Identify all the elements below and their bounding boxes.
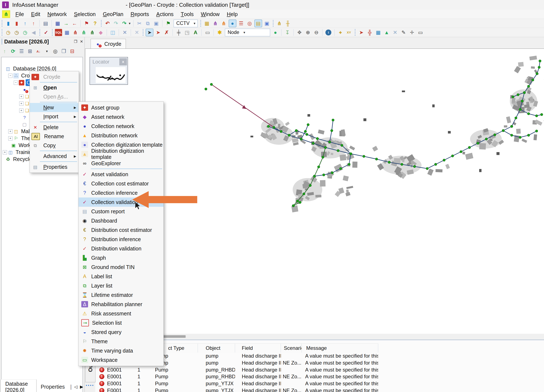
save-icon[interactable]: ▦ (54, 20, 61, 27)
submenu-item-stored-query[interactable]: ◒Stored query (79, 328, 163, 337)
menu-reports[interactable]: Reports (127, 10, 153, 18)
play-icon[interactable]: ▲ (383, 29, 390, 36)
tree-expander[interactable]: + (19, 102, 24, 106)
new-survey-icon[interactable]: ▦ (203, 20, 211, 27)
schedule-list-icon[interactable]: ☰ (237, 20, 245, 27)
submenu-item-distribution-cost-estimator[interactable]: €Distribution cost estimator (79, 225, 163, 235)
tab-scroll-left[interactable]: ◁ (74, 384, 77, 389)
context-menu-item-open[interactable]: ⊞Open (30, 83, 79, 92)
table-row[interactable]: !E00011Pumppump_YTJXHead discharge IDNE … (97, 387, 378, 392)
undo-icon[interactable]: ↶ (104, 20, 111, 27)
trace-upstream-icon[interactable]: ⋔ (72, 29, 79, 36)
menu-window[interactable]: Window (197, 10, 223, 18)
column-header-message[interactable]: Message (302, 344, 378, 352)
menu-edit[interactable]: Edit (27, 10, 44, 18)
tree-link-icon[interactable]: ⊟ (69, 48, 76, 55)
commit-flags-icon[interactable]: ⚑ (83, 20, 90, 27)
column-header-scenario[interactable]: Scenario (281, 344, 302, 352)
select-cursor-icon[interactable]: ➤ (146, 29, 153, 36)
menu-help[interactable]: Help (223, 10, 241, 18)
node-select[interactable]: Node▼ (225, 29, 270, 36)
submenu-item-distribution-network[interactable]: ▲Distribution network (79, 131, 163, 140)
float-panel-button[interactable]: ❐ (73, 39, 79, 44)
measure-route-icon[interactable]: ▭ (417, 29, 424, 36)
menu-geoplan[interactable]: GeoPlan (99, 10, 127, 18)
submenu-item-ground-model-tin[interactable]: ⊠Ground model TIN (79, 262, 163, 272)
open-database-icon[interactable]: ↑ (30, 20, 37, 27)
dig-icon[interactable]: ↧ (284, 29, 291, 36)
draw-cursor-icon[interactable]: ✎ (400, 29, 407, 36)
assign-survey-icon[interactable]: ⋔ (220, 20, 227, 27)
submenu-item-label-list[interactable]: ALabel list (79, 272, 163, 281)
submenu-item-lifetime-estimator[interactable]: ⌛Lifetime estimator (79, 290, 163, 300)
submenu-item-rehabilitation-planner[interactable]: ΔRehabilitation planner (79, 300, 163, 309)
merge-icon[interactable]: ◫ (109, 29, 116, 36)
pipe-clamp-icon[interactable]: ╫ (284, 20, 291, 27)
table-row[interactable]: !E00011Pumppump_RHBDHead discharge IDA v… (97, 366, 378, 373)
tab-properties[interactable]: Properties (36, 383, 69, 391)
pipe-cursor-icon[interactable]: ╪ (175, 29, 182, 36)
time-control-icon[interactable]: ◷ (5, 29, 12, 36)
new-database-icon[interactable]: ▮ (13, 20, 20, 27)
stop-x-icon[interactable]: ✕ (391, 29, 399, 36)
sort-az-icon[interactable]: A↓ (35, 48, 42, 55)
locator-thumbnail[interactable] (96, 67, 126, 83)
tree-expander[interactable]: + (3, 150, 7, 155)
submenu-item-workspace[interactable]: ▭Workspace (79, 355, 163, 365)
redo-multi-icon-caret[interactable]: ▼ (128, 22, 131, 25)
new-transaction-icon[interactable]: ▮ (5, 20, 12, 27)
zoom-out-icon[interactable]: ⊖ (313, 29, 320, 36)
flag-cursor-icon[interactable]: ➤ (358, 29, 365, 36)
properties-list-icon[interactable]: ☰ (18, 48, 25, 55)
menu-file[interactable]: File (12, 10, 27, 18)
tree-expander[interactable]: − (8, 74, 12, 78)
map-preview-icon[interactable]: ▦ (375, 29, 382, 36)
sort-caret-icon[interactable]: ▾ (43, 48, 50, 55)
find-icon[interactable]: ◎ (52, 48, 59, 55)
document-tab-croyde[interactable]: ● Croyde (91, 39, 126, 49)
menu-selection[interactable]: Selection (70, 10, 99, 18)
cctv-flag-icon[interactable]: ⚑ (165, 20, 172, 27)
add-node-cursor-icon[interactable]: ● (272, 29, 279, 36)
menu-actions[interactable]: Actions (153, 10, 177, 18)
delete-x-icon[interactable]: ✕ (121, 29, 128, 36)
trace-both-icon[interactable]: ⋔ (89, 29, 96, 36)
tree-expander[interactable]: + (8, 129, 12, 133)
table-row[interactable]: !E00011Pumppump_RHBDHead discharge IDNE … (97, 373, 378, 380)
submenu-item-time-varying-data[interactable]: ✹Time varying data (79, 346, 163, 355)
time-schedule-icon[interactable]: ◷ (13, 29, 20, 36)
context-menu-item-open-as-[interactable]: Open As... (30, 92, 79, 101)
close-panel-button[interactable]: ✕ (79, 39, 84, 44)
submenu-item-dashboard[interactable]: ◉Dashboard (79, 216, 163, 225)
label-cursor-icon[interactable]: A (192, 29, 199, 36)
locator-close-button[interactable]: x (119, 58, 127, 65)
survey-tree-icon[interactable]: ⋔ (212, 20, 219, 27)
tree-expander[interactable]: − (14, 81, 18, 85)
find-xy-icon[interactable]: ⌖ (337, 29, 344, 36)
tree-expander[interactable]: + (8, 136, 12, 140)
grid-view-icon[interactable]: ▦ (63, 29, 71, 36)
copy-icon[interactable]: ⧉ (144, 20, 151, 27)
submenu-item-collection-network[interactable]: ●Collection network (79, 121, 163, 131)
export-icon[interactable]: → (63, 20, 70, 27)
context-menu-item-copy[interactable]: ⧉Copy (30, 141, 79, 150)
tab-scroll-right[interactable]: ▶ (80, 384, 83, 389)
submenu-item-asset-validation[interactable]: ✓Asset validation (79, 170, 163, 179)
add-cursor-icon[interactable]: ✛ (408, 29, 416, 36)
submenu-item-collection-cost-estimator[interactable]: €Collection cost estimator (79, 179, 163, 188)
context-menu-item-rename[interactable]: AlRename (30, 132, 79, 141)
submenu-item-distribution-validation[interactable]: ✓Distribution validation (79, 244, 163, 253)
help-icon[interactable]: ? (91, 20, 99, 27)
node-type-icon[interactable]: ✱ (216, 29, 223, 36)
submenu-item-distribution-digitization-template[interactable]: ▲Distribution digitization template (79, 149, 163, 159)
find-survey-icon[interactable]: ◎ (246, 20, 253, 27)
open-grid-icon[interactable]: ⊞ (26, 48, 34, 55)
cctv-select[interactable]: CCTV▼ (174, 20, 198, 27)
column-header-object[interactable]: Object (198, 344, 235, 352)
tree-expander[interactable]: + (19, 109, 24, 113)
context-menu-item-delete[interactable]: ✕Delete (30, 123, 79, 132)
column-header-field[interactable]: Field (235, 344, 281, 352)
clear-x-icon[interactable]: ✕ (133, 29, 140, 36)
print-icon[interactable]: ▤ (42, 20, 49, 27)
menu-network[interactable]: Network (44, 10, 70, 18)
